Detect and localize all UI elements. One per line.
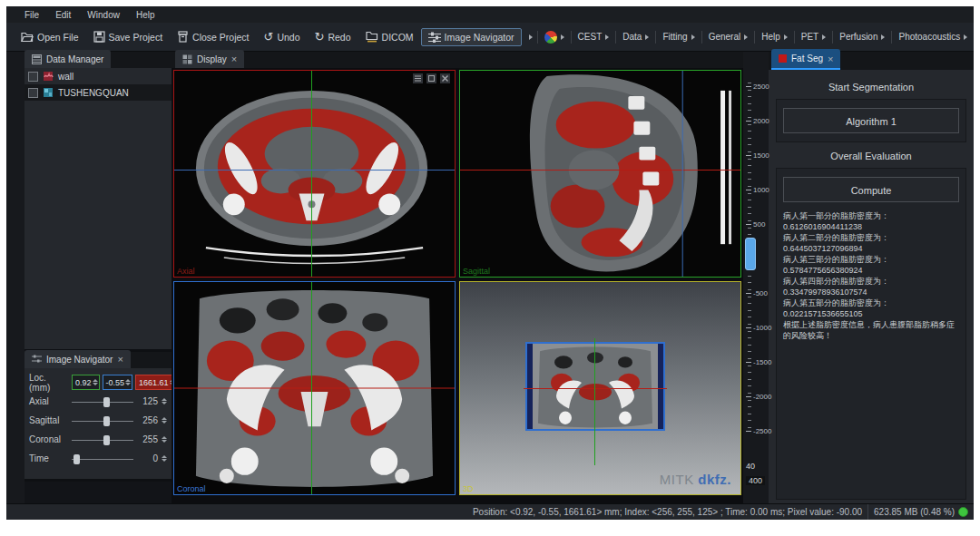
view-menus: CEST Data Fitting General Help PET Perfu… [529,29,970,45]
close-project-button[interactable]: Close Project [170,27,256,46]
spinner-arrows[interactable] [162,417,167,424]
threed-slice-plane [525,342,665,431]
spinner-arrows[interactable] [162,398,167,404]
loc-label: Loc. (mm) [29,373,69,393]
toolbar-overflow-arrow-icon[interactable] [529,34,533,40]
threed-sagittal-plane-line [594,338,595,465]
image-node-icon [43,87,54,98]
submenu-arrow-icon [605,34,609,40]
data-node-wall[interactable]: wall [24,68,172,84]
crosshair-menu-icon[interactable] [413,73,423,83]
view-label: 3D [463,484,474,493]
open-file-button[interactable]: Open File [14,28,86,46]
status-bar: Position: <0.92, -0.55, 1661.61> mm; Ind… [6,503,974,520]
level-window-slider[interactable]: 2500 2000 1500 1000 500 -500 -1000 -1500… [743,52,769,503]
menu-general[interactable]: General [707,30,750,44]
menu-cest[interactable]: CEST [576,30,612,44]
spinner-arrows[interactable] [125,379,131,385]
tab-image-navigator[interactable]: Image Navigator × [24,350,131,368]
tab-data-manager[interactable]: Data Manager [24,50,111,68]
slider-handle[interactable] [103,416,110,426]
visibility-checkbox[interactable] [28,88,38,98]
loc-z-spinbox[interactable]: 1661.61 [135,375,177,390]
slider-handle[interactable] [103,435,110,445]
close-icon[interactable]: × [117,355,122,364]
menu-data[interactable]: Data [621,30,651,44]
evaluation-results: 病人第一部分的脂肪密度为：0.6126016904411238 病人第二部分的脂… [783,210,959,341]
memory-status-icon [958,507,968,517]
start-segmentation-label: Start Segmentation [776,82,966,93]
visibility-checkbox[interactable] [28,72,38,82]
menu-help[interactable]: Help [760,30,789,44]
view-label: Sagittal [463,267,490,276]
spinner-arrows[interactable] [93,379,98,385]
save-project-button[interactable]: Save Project [86,27,171,46]
display-panel: Display × [172,52,743,503]
fat-seg-icon [779,54,787,63]
menu-fitting[interactable]: Fitting [661,30,696,44]
axial-slider[interactable] [72,397,133,406]
axial-ct-image [174,71,455,277]
submenu-arrow-icon [822,34,826,40]
submenu-arrow-icon [744,34,748,40]
image-navigator-icon [32,355,42,364]
tab-fat-seg[interactable]: Fat Seg × [771,49,840,70]
sagittal-slider[interactable] [72,416,133,425]
threed-axial-plane-line [524,388,667,389]
spinner-arrows[interactable] [162,436,167,443]
colormap-menu[interactable] [543,29,566,45]
menu-edit[interactable]: Edit [55,10,71,20]
menu-photoacoustics[interactable]: Photoacoustics [897,30,969,44]
sagittal-ct-image [460,71,740,277]
submenu-arrow-icon [645,34,649,40]
settings-icon[interactable] [440,73,450,83]
redo-button[interactable]: ↻ Redo [308,27,358,46]
coronal-render-window[interactable]: Coronal [173,281,456,495]
open-folder-icon [21,32,34,43]
menu-help[interactable]: Help [136,10,155,20]
view-label: Coronal [177,484,206,493]
menu-pet[interactable]: PET [799,30,828,44]
level-window-handle[interactable] [745,238,756,270]
image-navigator-button[interactable]: Image Navigator [421,28,522,46]
menu-window[interactable]: Window [87,10,120,20]
axial-render-window[interactable]: Axial [173,70,456,278]
threed-coronal-slice [527,344,663,429]
redo-icon: ↻ [315,31,325,43]
slider-handle[interactable] [103,397,110,407]
submenu-arrow-icon [561,34,564,40]
compute-button[interactable]: Compute [783,177,959,202]
close-icon[interactable]: × [828,54,833,63]
data-node-tushengquan[interactable]: TUSHENGQUAN [24,84,172,101]
dicom-button[interactable]: DICOM [358,27,421,46]
sagittal-render-window[interactable]: Sagittal [459,70,741,278]
close-icon[interactable]: × [231,54,237,63]
submenu-arrow-icon [881,34,885,40]
view-label: Axial [177,267,195,276]
coronal-slider[interactable] [72,435,133,444]
data-manager-icon [32,54,42,64]
fullscreen-icon[interactable] [426,73,436,83]
left-column-spacer [24,482,172,503]
menu-file[interactable]: File [24,10,39,20]
image-navigator-icon [428,32,441,43]
main-area: Data Manager wall TUSHENGQUAN [6,52,974,503]
undo-icon: ↺ [264,31,274,43]
loc-x-spinbox[interactable]: 0.92 [72,375,100,390]
close-project-icon [177,31,189,43]
loc-y-spinbox[interactable]: -0.55 [103,375,133,390]
color-wheel-icon [544,31,557,44]
menu-perfusion[interactable]: Perfusion [838,30,887,44]
time-slider[interactable] [72,454,133,463]
fat-seg-panel: Fat Seg × Start Segmentation Algorithm 1… [769,52,974,503]
undo-button[interactable]: ↺ Undo [257,27,308,46]
save-icon [93,31,105,43]
coronal-ct-image [174,282,455,494]
spinner-arrows[interactable] [162,455,167,462]
slider-handle[interactable] [74,454,80,464]
window-value: 400 [746,476,765,485]
left-dock-gutter [6,52,24,503]
tab-display[interactable]: Display × [175,50,244,68]
threed-render-window[interactable]: MITK dkfz. 3D [459,281,741,495]
algorithm-1-button[interactable]: Algorithm 1 [783,108,959,133]
